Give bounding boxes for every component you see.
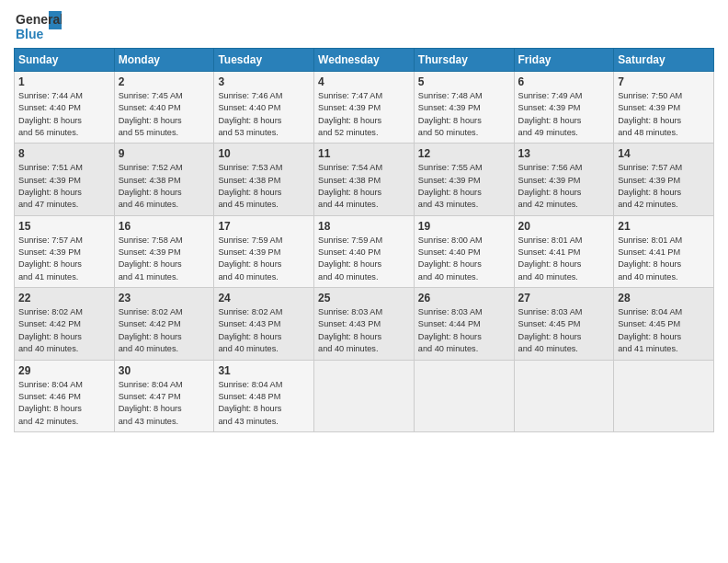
day-cell: 3Sunrise: 7:46 AM Sunset: 4:40 PM Daylig… xyxy=(214,72,314,144)
day-cell: 29Sunrise: 8:04 AM Sunset: 4:46 PM Dayli… xyxy=(15,360,115,431)
col-header-monday: Monday xyxy=(114,49,214,72)
day-info: Sunrise: 7:59 AM Sunset: 4:40 PM Dayligh… xyxy=(318,235,410,283)
day-number: 25 xyxy=(318,292,410,304)
day-info: Sunrise: 8:02 AM Sunset: 4:43 PM Dayligh… xyxy=(218,306,310,355)
day-info: Sunrise: 7:57 AM Sunset: 4:39 PM Dayligh… xyxy=(618,162,710,211)
day-number: 24 xyxy=(218,292,310,304)
day-cell: 21Sunrise: 8:01 AM Sunset: 4:41 PM Dayli… xyxy=(614,215,714,287)
day-cell: 31Sunrise: 8:04 AM Sunset: 4:48 PM Dayli… xyxy=(214,360,314,431)
day-info: Sunrise: 7:52 AM Sunset: 4:38 PM Dayligh… xyxy=(119,162,210,211)
day-number: 29 xyxy=(18,364,110,377)
day-number: 11 xyxy=(318,147,410,160)
week-row-3: 15Sunrise: 7:57 AM Sunset: 4:39 PM Dayli… xyxy=(15,215,714,287)
day-cell: 9Sunrise: 7:52 AM Sunset: 4:38 PM Daylig… xyxy=(114,144,214,215)
day-number: 5 xyxy=(418,75,510,88)
day-info: Sunrise: 7:57 AM Sunset: 4:39 PM Dayligh… xyxy=(18,235,110,283)
col-header-wednesday: Wednesday xyxy=(314,49,415,72)
day-number: 2 xyxy=(119,75,210,88)
day-info: Sunrise: 7:51 AM Sunset: 4:39 PM Dayligh… xyxy=(18,162,110,211)
logo: GeneralBlue xyxy=(14,9,62,42)
day-number: 20 xyxy=(518,220,610,233)
day-info: Sunrise: 8:03 AM Sunset: 4:44 PM Dayligh… xyxy=(418,306,510,355)
day-info: Sunrise: 7:47 AM Sunset: 4:39 PM Dayligh… xyxy=(318,90,410,139)
day-cell xyxy=(514,360,614,431)
logo-svg: GeneralBlue xyxy=(14,9,62,42)
day-cell: 5Sunrise: 7:48 AM Sunset: 4:39 PM Daylig… xyxy=(414,72,514,144)
day-cell: 10Sunrise: 7:53 AM Sunset: 4:38 PM Dayli… xyxy=(214,144,314,215)
day-cell xyxy=(414,360,514,431)
day-number: 16 xyxy=(119,220,210,233)
day-number: 26 xyxy=(418,292,510,304)
day-info: Sunrise: 7:54 AM Sunset: 4:38 PM Dayligh… xyxy=(318,162,410,211)
day-cell: 12Sunrise: 7:55 AM Sunset: 4:39 PM Dayli… xyxy=(414,144,514,215)
day-number: 18 xyxy=(318,220,410,233)
day-number: 7 xyxy=(618,75,710,88)
header-row: SundayMondayTuesdayWednesdayThursdayFrid… xyxy=(15,49,714,72)
day-info: Sunrise: 7:46 AM Sunset: 4:40 PM Dayligh… xyxy=(218,90,310,139)
col-header-friday: Friday xyxy=(514,49,614,72)
day-info: Sunrise: 8:02 AM Sunset: 4:42 PM Dayligh… xyxy=(119,306,210,355)
day-number: 22 xyxy=(18,292,110,304)
week-row-4: 22Sunrise: 8:02 AM Sunset: 4:42 PM Dayli… xyxy=(15,288,714,360)
day-info: Sunrise: 8:04 AM Sunset: 4:45 PM Dayligh… xyxy=(618,306,710,355)
week-row-2: 8Sunrise: 7:51 AM Sunset: 4:39 PM Daylig… xyxy=(15,144,714,215)
week-row-1: 1Sunrise: 7:44 AM Sunset: 4:40 PM Daylig… xyxy=(15,72,714,144)
day-cell xyxy=(314,360,415,431)
day-number: 8 xyxy=(18,147,110,160)
day-number: 31 xyxy=(218,364,310,377)
day-number: 1 xyxy=(18,75,110,88)
day-number: 10 xyxy=(218,147,310,160)
day-cell: 1Sunrise: 7:44 AM Sunset: 4:40 PM Daylig… xyxy=(15,72,115,144)
day-info: Sunrise: 8:01 AM Sunset: 4:41 PM Dayligh… xyxy=(518,235,610,283)
col-header-thursday: Thursday xyxy=(414,49,514,72)
day-cell xyxy=(614,360,714,431)
day-cell: 30Sunrise: 8:04 AM Sunset: 4:47 PM Dayli… xyxy=(114,360,214,431)
day-cell: 2Sunrise: 7:45 AM Sunset: 4:40 PM Daylig… xyxy=(114,72,214,144)
day-number: 4 xyxy=(318,75,410,88)
header-area: GeneralBlue xyxy=(14,9,714,42)
day-cell: 6Sunrise: 7:49 AM Sunset: 4:39 PM Daylig… xyxy=(514,72,614,144)
day-number: 21 xyxy=(618,220,710,233)
calendar-table: SundayMondayTuesdayWednesdayThursdayFrid… xyxy=(14,48,714,432)
day-cell: 23Sunrise: 8:02 AM Sunset: 4:42 PM Dayli… xyxy=(114,288,214,360)
day-cell: 17Sunrise: 7:59 AM Sunset: 4:39 PM Dayli… xyxy=(214,215,314,287)
col-header-tuesday: Tuesday xyxy=(214,49,314,72)
day-cell: 15Sunrise: 7:57 AM Sunset: 4:39 PM Dayli… xyxy=(15,215,115,287)
day-cell: 19Sunrise: 8:00 AM Sunset: 4:40 PM Dayli… xyxy=(414,215,514,287)
day-cell: 28Sunrise: 8:04 AM Sunset: 4:45 PM Dayli… xyxy=(614,288,714,360)
week-row-5: 29Sunrise: 8:04 AM Sunset: 4:46 PM Dayli… xyxy=(15,360,714,431)
day-info: Sunrise: 7:53 AM Sunset: 4:38 PM Dayligh… xyxy=(218,162,310,211)
day-info: Sunrise: 8:01 AM Sunset: 4:41 PM Dayligh… xyxy=(618,235,710,283)
day-cell: 25Sunrise: 8:03 AM Sunset: 4:43 PM Dayli… xyxy=(314,288,415,360)
day-info: Sunrise: 7:58 AM Sunset: 4:39 PM Dayligh… xyxy=(119,235,210,283)
day-cell: 13Sunrise: 7:56 AM Sunset: 4:39 PM Dayli… xyxy=(514,144,614,215)
day-info: Sunrise: 8:00 AM Sunset: 4:40 PM Dayligh… xyxy=(418,235,510,283)
day-cell: 26Sunrise: 8:03 AM Sunset: 4:44 PM Dayli… xyxy=(414,288,514,360)
day-number: 19 xyxy=(418,220,510,233)
day-info: Sunrise: 7:59 AM Sunset: 4:39 PM Dayligh… xyxy=(218,235,310,283)
day-cell: 24Sunrise: 8:02 AM Sunset: 4:43 PM Dayli… xyxy=(214,288,314,360)
day-info: Sunrise: 7:48 AM Sunset: 4:39 PM Dayligh… xyxy=(418,90,510,139)
day-cell: 8Sunrise: 7:51 AM Sunset: 4:39 PM Daylig… xyxy=(15,144,115,215)
day-cell: 16Sunrise: 7:58 AM Sunset: 4:39 PM Dayli… xyxy=(114,215,214,287)
day-number: 9 xyxy=(119,147,210,160)
day-cell: 22Sunrise: 8:02 AM Sunset: 4:42 PM Dayli… xyxy=(15,288,115,360)
day-info: Sunrise: 8:03 AM Sunset: 4:45 PM Dayligh… xyxy=(518,306,610,355)
day-cell: 27Sunrise: 8:03 AM Sunset: 4:45 PM Dayli… xyxy=(514,288,614,360)
col-header-sunday: Sunday xyxy=(15,49,115,72)
day-number: 17 xyxy=(218,220,310,233)
day-info: Sunrise: 8:04 AM Sunset: 4:48 PM Dayligh… xyxy=(218,379,310,428)
svg-text:Blue: Blue xyxy=(16,27,44,41)
day-info: Sunrise: 7:56 AM Sunset: 4:39 PM Dayligh… xyxy=(518,162,610,211)
day-info: Sunrise: 7:55 AM Sunset: 4:39 PM Dayligh… xyxy=(418,162,510,211)
day-info: Sunrise: 7:50 AM Sunset: 4:39 PM Dayligh… xyxy=(618,90,710,139)
day-number: 27 xyxy=(518,292,610,304)
day-info: Sunrise: 7:45 AM Sunset: 4:40 PM Dayligh… xyxy=(119,90,210,139)
day-cell: 4Sunrise: 7:47 AM Sunset: 4:39 PM Daylig… xyxy=(314,72,415,144)
day-cell: 14Sunrise: 7:57 AM Sunset: 4:39 PM Dayli… xyxy=(614,144,714,215)
day-number: 28 xyxy=(618,292,710,304)
day-cell: 11Sunrise: 7:54 AM Sunset: 4:38 PM Dayli… xyxy=(314,144,415,215)
day-info: Sunrise: 7:49 AM Sunset: 4:39 PM Dayligh… xyxy=(518,90,610,139)
day-info: Sunrise: 8:04 AM Sunset: 4:47 PM Dayligh… xyxy=(119,379,210,428)
day-cell: 18Sunrise: 7:59 AM Sunset: 4:40 PM Dayli… xyxy=(314,215,415,287)
